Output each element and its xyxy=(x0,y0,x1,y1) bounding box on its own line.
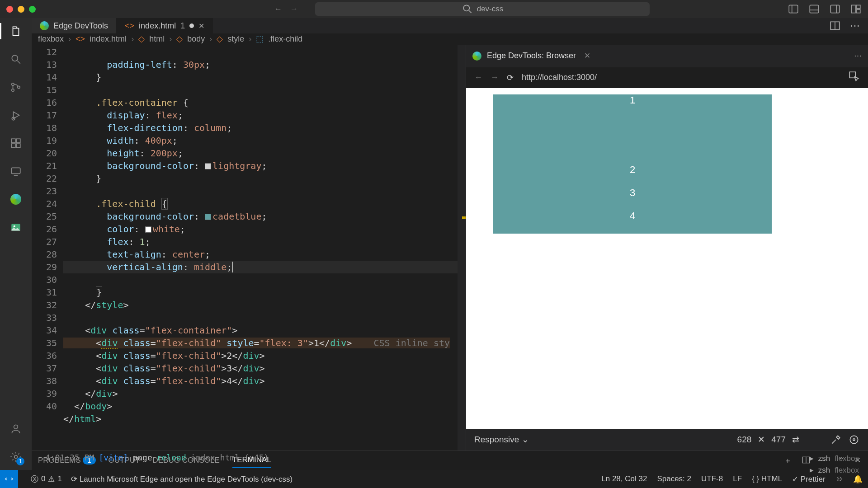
status-errors[interactable]: ⓧ0⚠1 xyxy=(31,474,62,484)
new-terminal-icon[interactable]: ＋ xyxy=(784,455,792,467)
warning-marker[interactable] xyxy=(462,216,466,219)
svg-line-12 xyxy=(17,61,20,64)
code-content[interactable]: padding-left: 30px; } .flex-container { … xyxy=(63,45,458,450)
tab-edge-devtools[interactable]: Edge DevTools xyxy=(32,18,117,33)
dirty-indicator-icon xyxy=(189,23,194,28)
responsive-dropdown[interactable]: Responsive⌄ xyxy=(474,434,529,445)
terminal-list: ▸zshflexbox ▸zshflexbox xyxy=(810,453,859,476)
html-file-icon: <> xyxy=(125,21,134,31)
terminal-output[interactable]: 4:01:35 PM [vite] page reload index.html… xyxy=(45,453,269,462)
minimap[interactable] xyxy=(458,45,466,450)
code-editor[interactable]: 1213141516171819202122232425262728293031… xyxy=(32,45,466,450)
svg-rect-22 xyxy=(11,168,20,174)
edge-icon[interactable] xyxy=(9,192,23,206)
close-tab-icon[interactable]: ✕ xyxy=(198,22,204,30)
chevron-down-icon: ⌄ xyxy=(522,434,529,445)
status-eol[interactable]: LF xyxy=(733,474,742,483)
window-controls xyxy=(6,6,36,13)
panel-left-icon[interactable] xyxy=(788,3,799,15)
rotate-icon[interactable]: ⇄ xyxy=(792,434,799,445)
svg-rect-8 xyxy=(851,5,855,13)
titlebar: ← → dev-css xyxy=(0,0,868,18)
crumb-selector[interactable]: .flex-child xyxy=(268,34,302,44)
status-language[interactable]: { } HTML xyxy=(752,474,782,483)
svg-point-31 xyxy=(850,436,858,443)
svg-point-25 xyxy=(14,225,15,227)
svg-point-0 xyxy=(463,5,469,11)
image-icon[interactable] xyxy=(9,221,23,234)
status-cursor[interactable]: Ln 28, Col 32 xyxy=(601,474,647,483)
svg-line-1 xyxy=(469,10,471,13)
status-bar: ⓧ0⚠1 ⟳ Launch Microsoft Edge and open th… xyxy=(0,470,868,488)
terminal-entry[interactable]: ▸zshflexbox xyxy=(810,453,859,465)
tab-label: index.html xyxy=(139,21,176,31)
preview-child-3: 3 xyxy=(493,187,772,210)
zoom-window[interactable] xyxy=(29,6,36,13)
devtools-tab-label[interactable]: Edge DevTools: Browser xyxy=(487,51,576,61)
svg-point-13 xyxy=(12,83,14,85)
device-toolbar: Responsive⌄ 628 ✕ 477 ⇄ xyxy=(466,429,868,450)
run-debug-icon[interactable] xyxy=(9,108,23,122)
command-center[interactable]: dev-css xyxy=(315,2,650,16)
svg-rect-21 xyxy=(16,144,20,148)
browser-toolbar: ← → ⟳ http://localhost:3000/ xyxy=(466,67,868,88)
status-spaces[interactable]: Spaces: 2 xyxy=(657,474,691,483)
settings-icon[interactable]: 1 xyxy=(9,450,23,464)
svg-point-11 xyxy=(12,55,18,61)
edge-icon xyxy=(472,52,481,61)
minimize-window[interactable] xyxy=(18,6,24,13)
explorer-icon[interactable] xyxy=(9,24,23,38)
close-tab-icon[interactable]: ✕ xyxy=(584,51,590,61)
more-actions-icon[interactable]: ⋯ xyxy=(850,20,860,32)
terminal-entry[interactable]: ▸zshflexbox xyxy=(810,465,859,476)
svg-point-27 xyxy=(14,455,18,459)
nav-forward-icon[interactable]: → xyxy=(290,5,298,14)
preview-child-2: 2 xyxy=(493,164,772,187)
crumb-file[interactable]: index.html xyxy=(90,34,127,44)
remote-indicator[interactable] xyxy=(0,470,18,488)
crumb-body[interactable]: body xyxy=(187,34,205,44)
svg-rect-18 xyxy=(11,139,15,143)
page-preview[interactable]: 1 2 3 4 xyxy=(466,88,868,429)
reload-icon[interactable]: ⟳ xyxy=(507,73,514,83)
times-icon: ✕ xyxy=(758,434,765,445)
inspect-icon[interactable] xyxy=(848,70,860,84)
svg-rect-9 xyxy=(856,5,860,9)
source-control-icon[interactable] xyxy=(9,80,23,94)
browser-forward-icon[interactable]: → xyxy=(491,73,499,82)
remote-icon[interactable] xyxy=(9,164,23,178)
layout-icon[interactable] xyxy=(850,3,862,15)
viewport-width[interactable]: 628 xyxy=(737,435,752,445)
close-window[interactable] xyxy=(6,6,13,13)
tab-label: Edge DevTools xyxy=(53,21,108,31)
target-icon[interactable] xyxy=(848,434,860,446)
status-launch[interactable]: ⟳ Launch Microsoft Edge and open the Edg… xyxy=(71,474,292,484)
crumb-html[interactable]: html xyxy=(149,34,165,44)
browser-back-icon[interactable]: ← xyxy=(474,73,482,82)
nav-back-icon[interactable]: ← xyxy=(274,5,282,14)
breadcrumb[interactable]: flexbox› <>index.html› ◇html› ◇body› ◇st… xyxy=(32,33,868,45)
eyedropper-icon[interactable] xyxy=(830,434,842,446)
svg-rect-4 xyxy=(810,5,819,13)
tab-dirty-count: 1 xyxy=(180,21,185,31)
url-display[interactable]: http://localhost:3000/ xyxy=(522,73,597,82)
viewport-height[interactable]: 477 xyxy=(771,435,786,445)
crumb-style[interactable]: style xyxy=(227,34,244,44)
element-icon: ◇ xyxy=(217,34,223,44)
devtools-browser-pane: Edge DevTools: Browser ✕ ⋯ ← → ⟳ http://… xyxy=(466,45,868,450)
search-icon xyxy=(462,3,473,15)
status-encoding[interactable]: UTF-8 xyxy=(701,474,723,483)
line-gutter: 1213141516171819202122232425262728293031… xyxy=(32,45,63,450)
split-editor-icon[interactable] xyxy=(829,20,841,32)
extensions-icon[interactable] xyxy=(9,136,23,150)
settings-badge: 1 xyxy=(16,457,24,465)
search-icon[interactable] xyxy=(9,52,23,66)
more-actions-icon[interactable]: ⋯ xyxy=(854,51,862,61)
tab-index-html[interactable]: <> index.html 1 ✕ xyxy=(117,18,213,33)
panel-bottom-icon[interactable] xyxy=(808,3,820,15)
panel-right-icon[interactable] xyxy=(829,3,841,15)
crumb-project[interactable]: flexbox xyxy=(38,34,64,44)
preview-child-4: 4 xyxy=(493,210,772,233)
account-icon[interactable] xyxy=(9,422,23,436)
svg-point-26 xyxy=(14,425,18,429)
